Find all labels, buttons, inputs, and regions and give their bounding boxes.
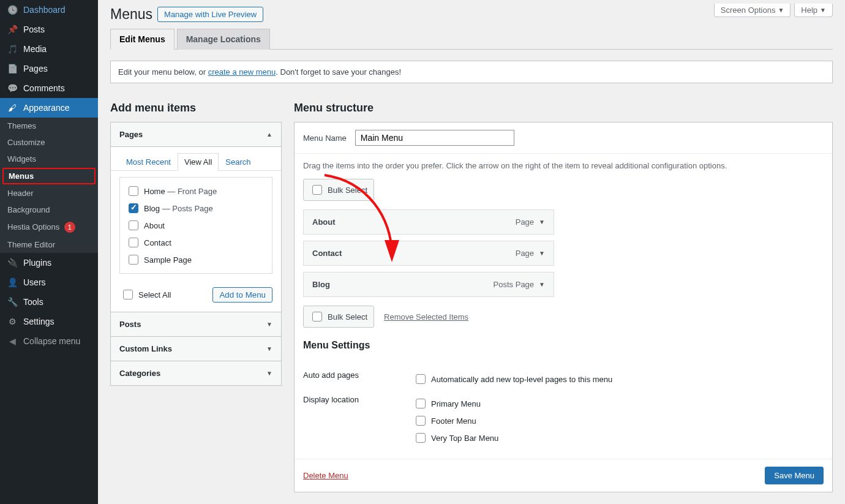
sidebar-item-settings[interactable]: ⚙ Settings [0,312,98,331]
menu-item-title: Blog [312,280,330,289]
sidebar-item-label: Media [23,44,47,54]
save-menu-button[interactable]: Save Menu [765,467,824,484]
page-label: Contact [144,238,171,247]
page-checkbox[interactable] [129,255,138,265]
sidebar-item-posts[interactable]: 📌 Posts [0,20,98,39]
sub-item-background[interactable]: Background [0,201,98,218]
sidebar-item-comments[interactable]: 💬 Comments [0,78,98,98]
sidebar-item-media[interactable]: 🎵 Media [0,39,98,59]
sub-item-theme-editor[interactable]: Theme Editor [0,236,98,253]
menu-item-type: Page [516,217,534,227]
location-primary[interactable]: Primary Menu [413,395,498,412]
sub-item-themes[interactable]: Themes [0,118,98,134]
select-all-label: Select All [138,290,171,299]
sidebar-item-appearance[interactable]: 🖌 Appearance [0,98,98,118]
comment-icon: 💬 [6,83,18,93]
location-footer[interactable]: Footer Menu [413,412,498,429]
menu-item-type: Page [516,249,534,258]
sidebar-item-pages[interactable]: 📄 Pages [0,59,98,78]
menu-item-contact[interactable]: Contact Page ▼ [303,241,554,266]
page-icon: 📄 [6,64,18,73]
select-all-row[interactable]: Select All [121,286,171,303]
menu-item-title: Contact [312,249,342,258]
live-preview-button[interactable]: Manage with Live Preview [157,7,263,22]
select-all-checkbox[interactable] [123,290,133,299]
remove-selected-link[interactable]: Remove Selected Items [384,312,468,322]
page-label: Sample Page [144,255,192,265]
accordion-head-posts[interactable]: Posts ▼ [111,312,281,336]
add-to-menu-button[interactable]: Add to Menu [212,287,272,303]
sidebar-item-dashboard[interactable]: 🕓 Dashboard [0,0,98,20]
delete-menu-link[interactable]: Delete Menu [303,471,348,480]
wrench-icon: 🔧 [6,297,18,307]
menu-item-type: Posts Page [494,280,535,289]
page-option-home[interactable]: Home — Front Page [126,182,266,200]
menu-name-label: Menu Name [303,134,347,143]
bulk-select-checkbox[interactable] [312,185,322,195]
menu-item-title: About [312,217,336,227]
bulk-select-checkbox[interactable] [312,312,322,322]
page-checkbox[interactable] [129,186,138,196]
location-checkbox[interactable] [416,399,426,408]
button-label: Help [801,6,817,15]
accordion-head-pages[interactable]: Pages ▲ [111,122,281,146]
sub-item-hestia-options[interactable]: Hestia Options 1 [0,218,98,236]
accordion-head-custom-links[interactable]: Custom Links ▼ [111,336,281,361]
location-checkbox[interactable] [416,416,426,426]
help-button[interactable]: Help ▼ [794,4,833,17]
chevron-down-icon[interactable]: ▼ [539,281,545,288]
accordion-label: Custom Links [119,344,172,353]
page-checkbox[interactable] [129,238,138,247]
page-checkbox[interactable] [129,203,138,213]
chevron-down-icon[interactable]: ▼ [539,219,545,225]
auto-add-option[interactable]: Automatically add new top-level pages to… [413,370,612,388]
location-checkbox[interactable] [416,433,426,443]
page-option-sample[interactable]: Sample Page [126,251,266,268]
chevron-up-icon: ▲ [266,131,272,138]
sub-item-customize[interactable]: Customize [0,134,98,151]
menu-item-blog[interactable]: Blog Posts Page ▼ [303,272,554,297]
accordion-label: Pages [119,130,143,139]
sidebar-item-tools[interactable]: 🔧 Tools [0,292,98,312]
bulk-select-bottom[interactable]: Bulk Select [303,306,374,328]
page-label: Home — Front Page [144,187,217,196]
sub-item-widgets[interactable]: Widgets [0,151,98,167]
auto-add-text: Automatically add new top-level pages to… [431,375,612,384]
button-label: Screen Options [721,6,776,15]
tab-manage-locations[interactable]: Manage Locations [177,29,270,50]
media-icon: 🎵 [6,44,18,54]
page-option-about[interactable]: About [126,217,266,234]
accordion-label: Categories [119,369,160,378]
screen-options-button[interactable]: Screen Options ▼ [714,4,791,17]
page-option-contact[interactable]: Contact [126,234,266,251]
tab-view-all[interactable]: View All [178,153,219,171]
update-badge: 1 [64,222,75,233]
sidebar-item-plugins[interactable]: 🔌 Plugins [0,253,98,273]
auto-add-checkbox[interactable] [416,374,426,384]
drag-instructions: Drag the items into the order you prefer… [303,161,824,170]
sidebar-collapse[interactable]: ◀ Collapse menu [0,331,98,351]
accordion-head-categories[interactable]: Categories ▼ [111,361,281,385]
tab-search[interactable]: Search [219,153,257,171]
chevron-down-icon: ▼ [266,370,272,377]
sliders-icon: ⚙ [6,317,18,326]
menu-item-about[interactable]: About Page ▼ [303,209,554,235]
sub-item-header[interactable]: Header [0,185,98,201]
location-label: Footer Menu [431,416,476,426]
tab-edit-menus[interactable]: Edit Menus [110,29,175,50]
create-new-menu-link[interactable]: create a new menu [208,67,276,77]
menu-name-input[interactable] [355,130,514,146]
tab-most-recent[interactable]: Most Recent [119,153,178,171]
auto-add-label: Auto add pages [303,370,413,388]
location-topbar[interactable]: Very Top Bar Menu [413,429,498,446]
add-items-heading: Add menu items [110,102,282,115]
structure-heading: Menu structure [294,102,833,115]
page-checkbox[interactable] [129,220,138,230]
sidebar-item-users[interactable]: 👤 Users [0,273,98,292]
location-label: Very Top Bar Menu [431,434,498,443]
gauge-icon: 🕓 [6,5,18,15]
chevron-down-icon[interactable]: ▼ [539,250,545,257]
page-option-blog[interactable]: Blog — Posts Page [126,200,266,217]
sub-item-menus[interactable]: Menus [2,168,96,184]
bulk-select-top[interactable]: Bulk Select [303,179,374,201]
